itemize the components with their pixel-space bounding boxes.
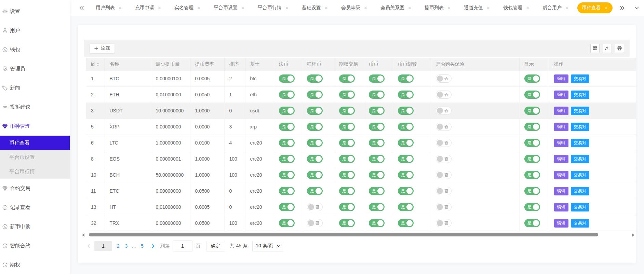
fiat-toggle[interactable]: 是 [279, 203, 295, 211]
confirm-button[interactable]: 确定 [206, 241, 225, 251]
insurance-toggle[interactable]: 否 [436, 123, 452, 131]
pair-button[interactable]: 交易对 [571, 74, 589, 83]
fiat-toggle[interactable]: 是 [279, 91, 295, 99]
show-toggle[interactable]: 是 [524, 155, 540, 163]
leverage-toggle[interactable]: 是 [307, 107, 323, 115]
tab-close-icon[interactable]: ✕ [486, 5, 490, 11]
sidebar-subitem-platform-coin-market[interactable]: 平台币行情 [0, 164, 70, 179]
sidebar-item-smart-contract[interactable]: 智能合约 [0, 236, 70, 255]
show-toggle[interactable]: 是 [524, 74, 540, 83]
sort-icon[interactable] [96, 62, 99, 67]
insurance-toggle[interactable]: 否 [436, 171, 452, 179]
option-toggle[interactable]: 是 [339, 74, 355, 83]
fiat-toggle[interactable]: 是 [279, 219, 295, 227]
pair-button[interactable]: 交易对 [571, 107, 589, 115]
tabs-scroll-right-icon[interactable] [617, 5, 627, 11]
pair-button[interactable]: 交易对 [571, 123, 589, 131]
coin-toggle[interactable]: 是 [369, 91, 385, 99]
edit-button[interactable]: 编辑 [554, 219, 568, 228]
edit-button[interactable]: 编辑 [554, 91, 568, 99]
tab-close-icon[interactable]: ✕ [285, 5, 289, 11]
tab-8[interactable]: 会员关系图✕ [376, 2, 416, 13]
show-toggle[interactable]: 是 [524, 91, 540, 99]
edit-button[interactable]: 编辑 [554, 203, 568, 211]
tab-close-icon[interactable]: ✕ [118, 5, 122, 11]
tab-close-icon[interactable]: ✕ [324, 5, 328, 11]
coin-toggle[interactable]: 是 [369, 187, 385, 195]
scrollbar-thumb[interactable] [89, 233, 598, 236]
show-toggle[interactable]: 是 [524, 187, 540, 195]
insurance-toggle[interactable]: 否 [436, 155, 452, 163]
tab-2[interactable]: 充币申请✕ [131, 2, 166, 13]
option-toggle[interactable]: 是 [339, 155, 355, 163]
tab-11[interactable]: 钱包管理✕ [499, 2, 534, 13]
insurance-toggle[interactable]: 否 [436, 139, 452, 147]
insurance-toggle[interactable]: 否 [436, 219, 452, 227]
insurance-toggle[interactable]: 否 [436, 203, 452, 211]
tab-close-icon[interactable]: ✕ [447, 5, 451, 11]
insurance-toggle[interactable]: 否 [436, 74, 452, 83]
option-toggle[interactable]: 是 [339, 187, 355, 195]
coin-toggle[interactable]: 是 [369, 155, 385, 163]
transfer-toggle[interactable]: 是 [398, 107, 414, 115]
sidebar-item-admin[interactable]: 管理员 [0, 59, 70, 78]
transfer-toggle[interactable]: 是 [398, 171, 414, 179]
tab-5[interactable]: 平台币行情✕ [253, 2, 293, 13]
tab-close-icon[interactable]: ✕ [604, 5, 608, 11]
edit-button[interactable]: 编辑 [554, 155, 568, 163]
tab-close-icon[interactable]: ✕ [364, 5, 367, 11]
transfer-toggle[interactable]: 是 [398, 203, 414, 211]
leverage-toggle[interactable]: 是 [307, 155, 323, 163]
sidebar-item-settings[interactable]: 设置 [0, 2, 70, 21]
tabs-scroll-left-icon[interactable] [77, 5, 86, 11]
transfer-toggle[interactable]: 是 [398, 74, 414, 83]
coin-toggle[interactable]: 是 [369, 123, 385, 131]
leverage-toggle[interactable]: 是 [307, 123, 323, 131]
tab-3[interactable]: 实名管理✕ [170, 2, 205, 13]
tab-12[interactable]: 后台用户✕ [538, 2, 573, 13]
transfer-toggle[interactable]: 是 [398, 91, 414, 99]
fiat-toggle[interactable]: 是 [279, 123, 295, 131]
show-toggle[interactable]: 是 [524, 219, 540, 227]
sidebar-item-contract-trade[interactable]: 合约交易 [0, 179, 70, 198]
show-toggle[interactable]: 是 [524, 123, 540, 131]
pair-button[interactable]: 交易对 [571, 91, 589, 99]
pair-button[interactable]: 交易对 [571, 139, 589, 147]
coin-toggle[interactable]: 是 [369, 107, 385, 115]
leverage-toggle[interactable]: 是 [307, 187, 323, 195]
page-3[interactable]: 3 [125, 243, 128, 249]
fiat-toggle[interactable]: 是 [279, 155, 295, 163]
insurance-toggle[interactable]: 否 [436, 91, 452, 99]
export-icon[interactable] [603, 44, 612, 53]
sidebar-item-coin-manage[interactable]: 币种管理 [0, 117, 70, 136]
pair-button[interactable]: 交易对 [571, 171, 589, 179]
coin-toggle[interactable]: 是 [369, 203, 385, 211]
leverage-toggle[interactable]: 否 [307, 219, 323, 227]
tab-13[interactable]: 币种查看✕ [577, 2, 613, 13]
sidebar-subitem-coin-view[interactable]: 币种查看 [0, 136, 70, 150]
coin-toggle[interactable]: 是 [369, 139, 385, 147]
option-toggle[interactable]: 是 [339, 171, 355, 179]
option-toggle[interactable]: 是 [339, 219, 355, 227]
sidebar-item-wallet[interactable]: $钱包 [0, 40, 70, 59]
tab-close-icon[interactable]: ✕ [241, 5, 245, 11]
tab-1[interactable]: 用户列表✕ [91, 2, 126, 13]
sidebar-item-records[interactable]: 记录查看 [0, 198, 70, 217]
coin-toggle[interactable]: 是 [369, 219, 385, 227]
option-toggle[interactable]: 是 [339, 139, 355, 147]
transfer-toggle[interactable]: 是 [398, 139, 414, 147]
tab-close-icon[interactable]: ✕ [408, 5, 412, 11]
edit-button[interactable]: 编辑 [554, 107, 568, 115]
printer-icon[interactable] [615, 44, 624, 53]
edit-button[interactable]: 编辑 [554, 187, 568, 195]
fiat-toggle[interactable]: 是 [279, 187, 295, 195]
tab-10[interactable]: 通道充值✕ [459, 2, 495, 13]
insurance-toggle[interactable]: 否 [436, 187, 452, 195]
sidebar-item-options[interactable]: 期权 [0, 255, 70, 274]
pair-button[interactable]: 交易对 [571, 219, 589, 228]
tab-close-icon[interactable]: ✕ [197, 5, 201, 11]
add-button[interactable]: 添加 [90, 43, 115, 53]
fiat-toggle[interactable]: 是 [279, 107, 295, 115]
option-toggle[interactable]: 是 [339, 107, 355, 115]
page-5[interactable]: 5 [141, 243, 144, 249]
